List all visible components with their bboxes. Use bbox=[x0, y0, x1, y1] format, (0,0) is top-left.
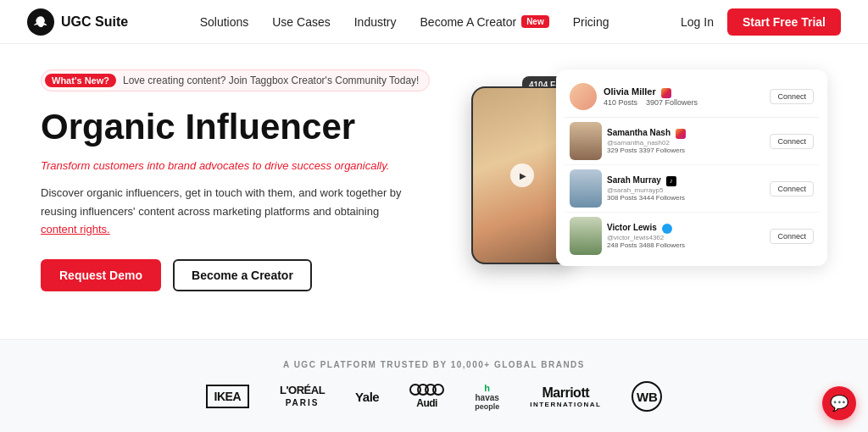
influencer-row-victor: Victor Lewis @victor_lewis4362 248 Posts… bbox=[565, 213, 819, 259]
hero-subtitle: Transform customers into brand advocates… bbox=[41, 159, 437, 172]
chat-bubble-button[interactable]: 💬 bbox=[822, 386, 856, 420]
instagram-icon-samantha bbox=[676, 129, 686, 139]
brand-loreal: L'ORÉALPARIS bbox=[280, 381, 325, 412]
nav-use-cases[interactable]: Use Cases bbox=[272, 15, 330, 29]
content-rights-link[interactable]: content rights. bbox=[41, 223, 110, 235]
hero-content: What's New? Love creating content? Join … bbox=[41, 69, 437, 291]
havas-people: people bbox=[475, 402, 499, 411]
instagram-icon bbox=[661, 88, 671, 98]
brand-havas: h havas people bbox=[475, 381, 499, 412]
featured-influencer-card: Olivia Miller 410 Posts 3907 Followers C… bbox=[565, 76, 819, 118]
brand-logos: IKEA L'ORÉALPARIS Yale Audi h havas bbox=[206, 381, 663, 412]
photo-victor bbox=[570, 217, 602, 255]
main-section: What's New? Love creating content? Join … bbox=[0, 44, 868, 339]
samantha-info: Samantha Nash @samantha_nash02 329 Posts… bbox=[607, 128, 765, 153]
connect-sarah-button[interactable]: Connect bbox=[770, 181, 814, 197]
photo-samantha bbox=[570, 122, 602, 160]
hero-title: Organic Influencer bbox=[41, 107, 437, 147]
brands-section: A UGC Platform Trusted By 10,000+ Global… bbox=[0, 339, 868, 432]
brand-marriott: Marriott INTERNATIONAL bbox=[530, 381, 601, 412]
brand-audi: Audi bbox=[409, 381, 444, 412]
bird-icon bbox=[33, 14, 48, 30]
navbar: UGC Suite Solutions Use Cases Industry B… bbox=[0, 0, 868, 44]
influencer-row-samantha: Samantha Nash @samantha_nash02 329 Posts… bbox=[565, 118, 819, 165]
nav-links: Solutions Use Cases Industry Become A Cr… bbox=[200, 15, 609, 29]
request-demo-button[interactable]: Request Demo bbox=[41, 259, 161, 291]
avatar-olivia bbox=[570, 83, 597, 110]
influencer-cards-panel: Olivia Miller 410 Posts 3907 Followers C… bbox=[556, 69, 827, 266]
play-button[interactable] bbox=[510, 163, 534, 187]
tiktok-icon-sarah: ♪ bbox=[666, 176, 676, 186]
sarah-info: Sarah Murray ♪ @sarah_murrayp5 308 Posts… bbox=[607, 175, 765, 201]
brand-yale: Yale bbox=[355, 381, 379, 412]
brand-name: UGC Suite bbox=[61, 14, 128, 30]
brands-tagline: A UGC Platform Trusted By 10,000+ Global… bbox=[283, 360, 585, 369]
connect-victor-button[interactable]: Connect bbox=[770, 229, 814, 244]
photo-sarah bbox=[570, 169, 602, 208]
nav-pricing[interactable]: Pricing bbox=[573, 15, 609, 29]
start-trial-button[interactable]: Start Free Trial bbox=[727, 8, 841, 36]
whats-new-bar[interactable]: What's New? Love creating content? Join … bbox=[41, 69, 430, 91]
victor-info: Victor Lewis @victor_lewis4362 248 Posts… bbox=[607, 223, 765, 248]
connect-samantha-button[interactable]: Connect bbox=[770, 134, 814, 149]
become-creator-button[interactable]: Become a Creator bbox=[173, 259, 312, 291]
hero-buttons: Request Demo Become a Creator bbox=[41, 259, 437, 291]
nav-right: Log In Start Free Trial bbox=[681, 8, 841, 36]
whats-new-text: Love creating content? Join Taggbox Crea… bbox=[123, 75, 419, 86]
brand-ikea: IKEA bbox=[206, 381, 249, 412]
logo-icon bbox=[27, 8, 54, 36]
login-link[interactable]: Log In bbox=[681, 15, 714, 29]
hero-description: Discover organic influencers, get in tou… bbox=[41, 184, 414, 238]
nav-become-creator[interactable]: Become A Creator New bbox=[420, 15, 549, 29]
nav-industry[interactable]: Industry bbox=[354, 15, 397, 29]
brand-wb: WB bbox=[632, 381, 662, 412]
brand-logo[interactable]: UGC Suite bbox=[27, 8, 128, 36]
influencer-row-sarah: Sarah Murray ♪ @sarah_murrayp5 308 Posts… bbox=[565, 165, 819, 213]
hero-visual: 4104 Followers 3417 Likes Olivia Miller bbox=[471, 69, 827, 290]
whats-new-badge: What's New? bbox=[45, 74, 116, 87]
nav-solutions[interactable]: Solutions bbox=[200, 15, 249, 29]
audi-rings bbox=[409, 384, 444, 396]
connect-olivia-button[interactable]: Connect bbox=[770, 89, 814, 104]
olivia-info: Olivia Miller 410 Posts 3907 Followers bbox=[604, 86, 763, 106]
new-badge: New bbox=[521, 15, 549, 28]
chat-icon: 💬 bbox=[830, 394, 849, 413]
twitter-icon-victor bbox=[662, 224, 672, 234]
